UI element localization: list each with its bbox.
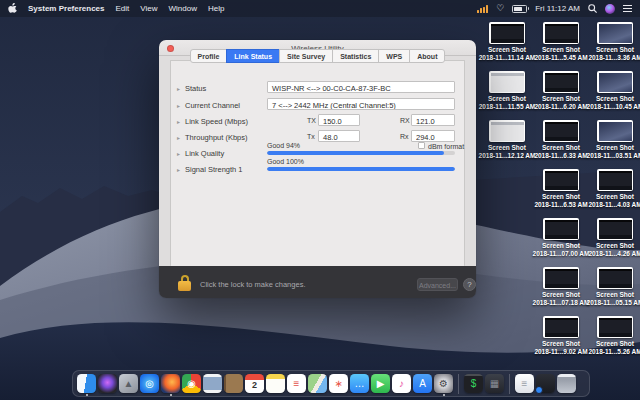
screenshot-filename: Screen Shot2018-11...3.36 AM bbox=[588, 46, 640, 63]
desktop-screenshot-icon[interactable]: Screen Shot2018-11...12.12 AM bbox=[481, 120, 533, 169]
desktop-screenshot-icon[interactable]: Screen Shot2018-11...03.51 AM bbox=[589, 120, 640, 169]
dock-photos-icon[interactable]: ∗ bbox=[329, 374, 348, 393]
screenshot-filename: Screen Shot2018-11...11.14 AM bbox=[479, 46, 536, 63]
screenshot-thumbnail bbox=[597, 267, 633, 289]
screenshot-filename: Screen Shot2018-11...6.53 AM bbox=[534, 193, 587, 210]
advanced-button[interactable]: Advanced... bbox=[417, 278, 458, 291]
menu-item[interactable]: Window bbox=[169, 4, 197, 13]
menu-clock[interactable]: Fri 11:12 AM bbox=[535, 4, 580, 13]
screenshot-filename: Screen Shot2018-11...03.51 AM bbox=[587, 144, 640, 161]
desktop-screenshot-icon[interactable]: Screen Shot2018-11...6.53 AM bbox=[535, 169, 587, 218]
siri-icon[interactable] bbox=[605, 4, 615, 14]
dock-documents-stack-icon[interactable]: ≡ bbox=[515, 374, 534, 393]
tab[interactable]: Link Status bbox=[226, 49, 280, 63]
desktop-screenshot-icon[interactable]: Screen Shot2018-11...07.18 AM bbox=[535, 267, 587, 316]
dock-finder-icon[interactable] bbox=[77, 374, 96, 393]
tab[interactable]: Profile bbox=[190, 49, 228, 63]
link-quality-label: Link Quality bbox=[185, 149, 224, 158]
tab[interactable]: WPS bbox=[378, 49, 410, 63]
dock-firefox-icon[interactable] bbox=[161, 374, 180, 393]
desktop-screenshot-icon[interactable]: Screen Shot2018-11...05.15 AM bbox=[589, 267, 640, 316]
search-icon[interactable] bbox=[588, 4, 597, 13]
screenshot-thumbnail bbox=[597, 120, 633, 142]
dock-contacts-icon[interactable] bbox=[224, 374, 243, 393]
desktop-screenshot-icon[interactable]: Screen Shot2018-11...5.26 AM bbox=[589, 316, 640, 365]
desktop-screenshot-icon[interactable]: Screen Shot2018-11...10.45 AM bbox=[589, 71, 640, 120]
link-speed-tx-field[interactable]: 150.0 bbox=[318, 114, 360, 126]
screenshot-thumbnail bbox=[543, 71, 579, 93]
screenshot-filename: Screen Shot2018-11...5.26 AM bbox=[588, 340, 640, 357]
dock-chrome-icon[interactable]: ◉ bbox=[182, 374, 201, 393]
screenshot-thumbnail bbox=[597, 169, 633, 191]
screenshot-filename: Screen Shot2018-11...10.45 AM bbox=[587, 95, 640, 112]
menu-item[interactable]: Edit bbox=[116, 4, 130, 13]
link-speed-tx-label: TX bbox=[307, 117, 316, 124]
desktop-screenshot-icon[interactable]: Screen Shot2018-11...4.26 AM bbox=[589, 218, 640, 267]
desktop-screenshot-icon[interactable]: Screen Shot2018-11...11.55 AM bbox=[481, 71, 533, 120]
desktop-screenshot-icon[interactable]: Screen Shot2018-11...11.14 AM bbox=[481, 22, 533, 71]
dock-stamp-app-icon[interactable]: ▦ bbox=[485, 374, 504, 393]
dock-reminders-icon[interactable]: ≡ bbox=[287, 374, 306, 393]
link-speed-rx-field[interactable]: 121.0 bbox=[411, 114, 455, 126]
signal-bars-icon[interactable] bbox=[477, 5, 488, 13]
screenshot-filename: Screen Shot2018-11...12.12 AM bbox=[479, 144, 536, 161]
menu-bar: System Preferences EditViewWindowHelp ♡ … bbox=[0, 0, 640, 17]
screenshot-filename: Screen Shot2018-11...6.33 AM bbox=[534, 144, 587, 161]
dock-calendar-icon[interactable]: 2 bbox=[245, 374, 264, 393]
desktop-screenshot-icon[interactable]: Screen Shot2018-11...5.45 AM bbox=[535, 22, 587, 71]
tab[interactable]: About bbox=[409, 49, 445, 63]
screenshot-filename: Screen Shot2018-11...6.20 AM bbox=[534, 95, 587, 112]
desktop-screenshot-icon[interactable]: Screen Shot2018-11...9.02 AM bbox=[535, 316, 587, 365]
dock-app-store-icon[interactable]: A bbox=[413, 374, 432, 393]
dock-maps-icon[interactable] bbox=[308, 374, 327, 393]
lock-icon[interactable] bbox=[178, 275, 191, 291]
dock-downloads-icon[interactable] bbox=[536, 374, 555, 393]
desktop-screenshot-icon[interactable]: Screen Shot2018-11...07.00 AM bbox=[535, 218, 587, 267]
dock-terminal-icon[interactable]: $ bbox=[464, 374, 483, 393]
apple-icon[interactable] bbox=[8, 3, 17, 14]
dock-itunes-icon[interactable]: ♪ bbox=[392, 374, 411, 393]
desktop-screenshot-icon[interactable]: Screen Shot2018-11...4.03 AM bbox=[589, 169, 640, 218]
tab[interactable]: Site Survey bbox=[279, 49, 333, 63]
dock-preview-icon[interactable] bbox=[203, 374, 222, 393]
lock-hint-text: Click the lock to make changes. bbox=[200, 280, 305, 289]
dock-system-preferences-icon[interactable]: ⚙ bbox=[434, 374, 453, 393]
throughput-tx-field[interactable]: 48.0 bbox=[318, 130, 360, 142]
dock-facetime-icon[interactable]: ▶ bbox=[371, 374, 390, 393]
dock-separator bbox=[509, 374, 510, 394]
throughput-label: Throughput (Kbps) bbox=[185, 133, 248, 142]
notification-center-icon[interactable] bbox=[623, 5, 632, 12]
dbm-format-label: dBm format bbox=[428, 143, 464, 150]
tab[interactable]: Statistics bbox=[332, 49, 379, 63]
menu-item[interactable]: View bbox=[140, 4, 157, 13]
screenshot-filename: Screen Shot2018-11...9.02 AM bbox=[534, 340, 587, 357]
screenshot-filename: Screen Shot2018-11...5.45 AM bbox=[534, 46, 587, 63]
dock-siri-icon[interactable] bbox=[98, 374, 117, 393]
screenshot-filename: Screen Shot2018-11...05.15 AM bbox=[587, 291, 640, 308]
current-channel-field[interactable]: 7 <--> 2442 MHz (Central Channel:5) bbox=[267, 98, 455, 110]
dbm-format-checkbox[interactable] bbox=[418, 142, 425, 149]
heart-icon[interactable]: ♡ bbox=[496, 4, 504, 13]
dock-trash-icon[interactable] bbox=[557, 374, 576, 393]
throughput-rx-field[interactable]: 294.0 bbox=[411, 130, 455, 142]
screenshot-thumbnail bbox=[489, 22, 525, 44]
dock-safari-icon[interactable]: ◎ bbox=[140, 374, 159, 393]
dock-notes-icon[interactable] bbox=[266, 374, 285, 393]
battery-icon[interactable] bbox=[512, 5, 527, 13]
help-button[interactable]: ? bbox=[463, 278, 476, 291]
screenshot-thumbnail bbox=[543, 316, 579, 338]
dock: ▲ ◎ ◉ 2 ≡ ∗ … ▶ bbox=[72, 370, 590, 397]
dock-launchpad-icon[interactable]: ▲ bbox=[119, 374, 138, 393]
menu-item[interactable]: Help bbox=[208, 4, 224, 13]
desktop-screenshot-icon[interactable]: Screen Shot2018-11...6.33 AM bbox=[535, 120, 587, 169]
dock-messages-icon[interactable]: … bbox=[350, 374, 369, 393]
active-app-menu[interactable]: System Preferences bbox=[28, 4, 105, 13]
desktop-screenshot-icon[interactable]: Screen Shot2018-11...6.20 AM bbox=[535, 71, 587, 120]
status-field[interactable]: WISP-NR <--> 00-C0-CA-87-3F-BC bbox=[267, 81, 455, 93]
link-quality-bar-fill bbox=[267, 151, 444, 155]
status-label: Status bbox=[185, 84, 206, 93]
screenshot-thumbnail bbox=[543, 267, 579, 289]
desktop-icon-column-2: Screen Shot2018-11...5.45 AM Screen Shot… bbox=[535, 22, 587, 365]
screenshot-filename: Screen Shot2018-11...4.26 AM bbox=[588, 242, 640, 259]
desktop-screenshot-icon[interactable]: Screen Shot2018-11...3.36 AM bbox=[589, 22, 640, 71]
